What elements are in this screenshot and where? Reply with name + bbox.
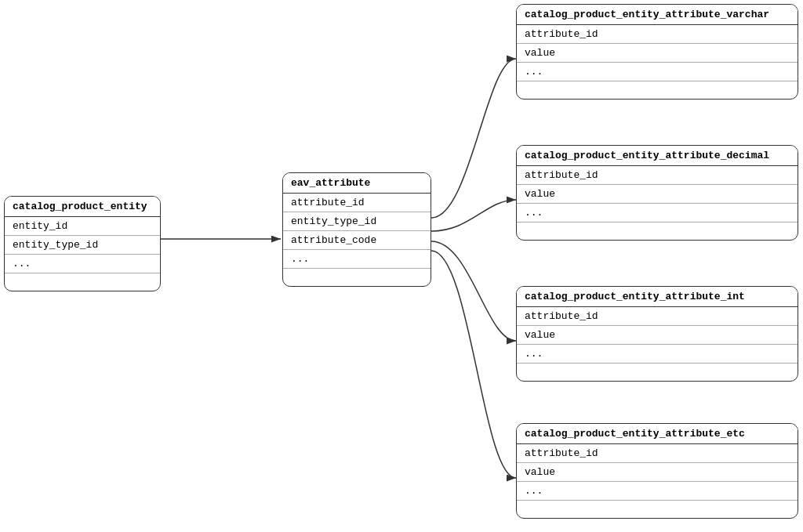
table-row: ... [283,250,431,269]
table-decimal: catalog_product_entity_attribute_decimal… [516,145,798,241]
table-row [517,364,798,381]
table-header: catalog_product_entity_attribute_varchar [517,5,798,25]
table-varchar: catalog_product_entity_attribute_varchar… [516,4,798,100]
arrow-eav-to-decimal [431,200,516,231]
table-row: entity_id [5,217,160,236]
table-row: value [517,463,798,482]
table-row: entity_type_id [283,212,431,231]
table-int: catalog_product_entity_attribute_int att… [516,286,798,382]
table-row: ... [517,482,798,501]
table-header: eav_attribute [283,173,431,194]
table-eav-attribute: eav_attribute attribute_id entity_type_i… [282,172,431,287]
table-row [283,269,431,286]
table-row: attribute_id [517,166,798,185]
table-row [517,501,798,518]
table-row: attribute_id [517,307,798,326]
table-row [517,81,798,99]
table-row: value [517,326,798,345]
erd-diagram: catalog_product_entity entity_id entity_… [0,0,803,532]
table-row: value [517,44,798,63]
table-header: catalog_product_entity [5,197,160,217]
table-header: catalog_product_entity_attribute_etc [517,424,798,444]
table-header: catalog_product_entity_attribute_decimal [517,146,798,166]
table-row [5,273,160,291]
table-header: catalog_product_entity_attribute_int [517,287,798,307]
table-row: ... [5,255,160,273]
table-row: value [517,185,798,204]
arrow-eav-to-varchar [431,59,516,218]
table-row: attribute_id [517,444,798,463]
table-row: ... [517,63,798,81]
table-etc: catalog_product_entity_attribute_etc att… [516,423,798,519]
table-row [517,223,798,240]
table-row: attribute_id [517,25,798,44]
table-row: attribute_id [283,194,431,212]
table-row: attribute_code [283,231,431,250]
arrow-eav-to-int [431,241,516,341]
table-row: entity_type_id [5,236,160,255]
table-row: ... [517,204,798,223]
table-catalog-product-entity: catalog_product_entity entity_id entity_… [4,196,161,291]
arrow-eav-to-etc [431,251,516,478]
table-row: ... [517,345,798,364]
